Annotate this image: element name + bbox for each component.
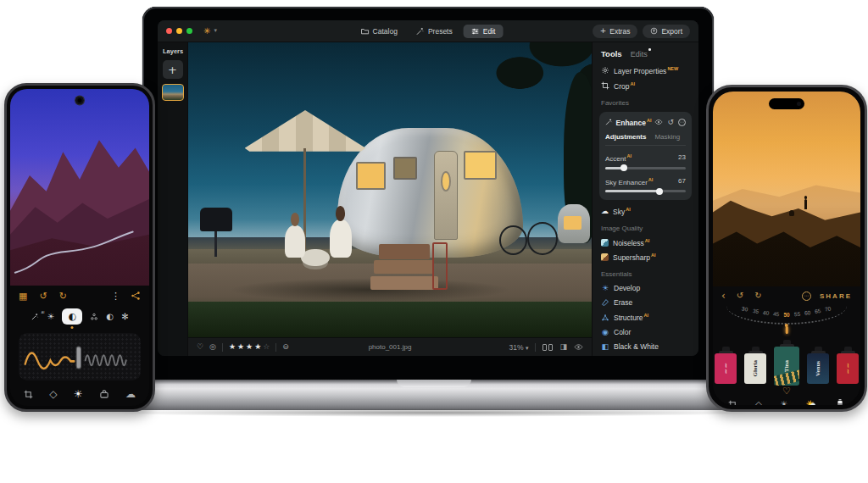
tab-adjustments[interactable]: Adjustments	[605, 133, 646, 141]
accent-slider-track[interactable]	[605, 167, 686, 169]
tool-erase[interactable]: Erase	[601, 298, 692, 307]
tab-edits[interactable]: Edits	[631, 50, 648, 58]
reset-undo-icon[interactable]: ↺	[667, 119, 674, 126]
color-label-icon[interactable]: ⊖	[282, 343, 289, 351]
tool-color[interactable]: ◉ Color	[601, 328, 692, 336]
photo-steps	[374, 240, 434, 290]
ai-badge: AI	[651, 253, 656, 258]
crop-icon[interactable]	[728, 400, 737, 406]
black-white-icon: ◧	[601, 343, 609, 351]
film-edit-controls: ‹ ↺ ↻ ⋯ SHARE 30 35 40 45 50 55 60	[713, 286, 860, 405]
dial-needle	[786, 326, 788, 334]
adjust-sun-icon[interactable]: ☀	[780, 400, 788, 406]
filename-label: photo_001.jpg	[369, 343, 412, 351]
cloud-icon: ☁	[601, 208, 609, 215]
tool-noiseless[interactable]: NoiselessAI	[601, 238, 692, 247]
ai-badge: AI	[644, 313, 649, 318]
flag-icon[interactable]: ◎	[209, 343, 216, 351]
grid-icon[interactable]: ▦	[19, 291, 27, 301]
share-icon[interactable]	[131, 291, 141, 301]
filters-diamond-icon[interactable]: ◇	[49, 389, 57, 399]
export-button[interactable]: Export	[643, 25, 690, 38]
sky-enhancer-slider-track[interactable]	[605, 190, 686, 192]
plus-icon: +	[600, 27, 607, 35]
filters-diamond-icon[interactable]: ◇	[755, 400, 762, 406]
window-zoom-button[interactable]	[186, 28, 192, 34]
scrubber-handle[interactable]	[76, 347, 81, 369]
more-menu-icon[interactable]: ⋮	[111, 291, 120, 301]
redo-icon[interactable]: ↻	[59, 291, 67, 301]
supersharp-icon	[601, 253, 609, 261]
tool-sky[interactable]: ☁ SkyAI	[601, 207, 692, 216]
undo-icon[interactable]: ↺	[39, 291, 47, 301]
film-canister[interactable]: ⌇⌇	[715, 347, 737, 384]
tool-develop[interactable]: ☀ Develop	[601, 284, 692, 292]
laptop-base	[127, 380, 741, 410]
sky-enhancer-slider: Sky EnhancerAI 67	[605, 177, 686, 192]
layer-thumbnail-selected[interactable]	[162, 84, 184, 101]
flower-detail-icon[interactable]: ✻	[121, 313, 128, 321]
laptop-device: ✳ ▾ Catalog Presets Edit	[142, 7, 714, 381]
favorite-heart-icon[interactable]: ♡	[197, 343, 203, 351]
tool-supersharp[interactable]: SupersharpAI	[601, 253, 692, 262]
tab-catalog[interactable]: Catalog	[353, 25, 405, 38]
photo-bike-wheel	[499, 225, 527, 255]
logo-caret-icon[interactable]: ▾	[214, 28, 217, 34]
tab-tools[interactable]: Tools	[601, 49, 622, 58]
tab-edit[interactable]: Edit	[464, 25, 504, 38]
tool-black-white[interactable]: ◧ Black & White	[601, 342, 692, 351]
add-layer-button[interactable]: +	[163, 60, 183, 79]
undo-icon[interactable]: ↺	[737, 291, 743, 300]
favorite-heart-icon[interactable]: ♡	[721, 386, 852, 396]
film-canister-gloria[interactable]: Gloria	[744, 347, 766, 384]
image-quality-header: Image Quality	[601, 225, 692, 232]
more-circle-icon[interactable]: ⋯	[802, 291, 811, 301]
photo-canvas[interactable]	[188, 42, 592, 337]
split-view-icon[interactable]: ◨	[559, 343, 567, 351]
tab-presets[interactable]: Presets	[409, 25, 460, 38]
film-canister-tina-selected[interactable]: Tina	[774, 340, 799, 386]
compare-icon[interactable]	[542, 344, 553, 351]
film-canister-venus[interactable]: Venus	[807, 347, 829, 384]
tool-layer-properties[interactable]: Layer PropertiesNEW	[601, 66, 692, 75]
tool-structure[interactable]: StructureAI	[601, 313, 692, 322]
film-canister[interactable]: ⌇⌇	[837, 347, 859, 384]
back-chevron-icon[interactable]: ‹	[721, 291, 726, 301]
share-button[interactable]: SHARE	[820, 292, 852, 300]
extras-button[interactable]: + Extras	[593, 25, 638, 38]
film-preset-carousel[interactable]: ⌇⌇ Gloria Tina V	[721, 335, 852, 384]
sky-cloud-icon[interactable]: ⛅	[806, 400, 818, 406]
zoom-level[interactable]: 31% ▾	[509, 343, 529, 352]
tab-masking[interactable]: Masking	[654, 133, 680, 141]
tool-crop[interactable]: CropAI	[601, 81, 692, 91]
divider	[275, 343, 276, 352]
enhance-ai-icon[interactable]: AI	[31, 313, 39, 321]
develop-sun-icon[interactable]: ☀	[47, 313, 54, 321]
tone-tool-selected[interactable]: ◐	[62, 308, 82, 325]
hsl-icon[interactable]	[90, 313, 98, 321]
adjust-sun-icon-selected[interactable]: ☀	[74, 389, 83, 399]
redo-icon[interactable]: ↻	[754, 291, 761, 300]
toolbag-icon[interactable]	[99, 389, 109, 399]
accent-slider-knob[interactable]	[620, 164, 627, 171]
visibility-eye-icon[interactable]	[654, 118, 663, 126]
crop-icon[interactable]	[24, 390, 33, 399]
film-canister-icon-selected[interactable]	[835, 399, 845, 405]
window-minimize-button[interactable]	[176, 28, 182, 34]
layers-panel-title: Layers	[161, 47, 183, 55]
mobile-photo-mountains	[10, 89, 149, 286]
titlebar: ✳ ▾ Catalog Presets Edit	[158, 20, 698, 42]
marketing-scene: ✳ ▾ Catalog Presets Edit	[0, 0, 868, 483]
photo-editor-window: ✳ ▾ Catalog Presets Edit	[158, 20, 698, 356]
curve-scrubber[interactable]	[19, 333, 141, 380]
sky-enhancer-slider-knob[interactable]	[656, 188, 663, 195]
sky-cloud-icon[interactable]: ☁	[125, 389, 136, 399]
strength-dial[interactable]: 30 35 40 45 50 55 60 65 70	[721, 304, 852, 333]
panel-more-icon[interactable]: ⋯	[678, 119, 686, 126]
window-close-button[interactable]	[166, 28, 172, 34]
caret-down-icon: ▾	[526, 346, 529, 352]
star-rating[interactable]: ★ ★ ★ ★ ☆	[229, 343, 270, 351]
contrast-icon[interactable]: ◐	[106, 313, 114, 321]
preview-eye-icon[interactable]	[574, 342, 583, 352]
dial-numbers: 30 35 40 45 50 55 60 65 70	[721, 306, 852, 312]
